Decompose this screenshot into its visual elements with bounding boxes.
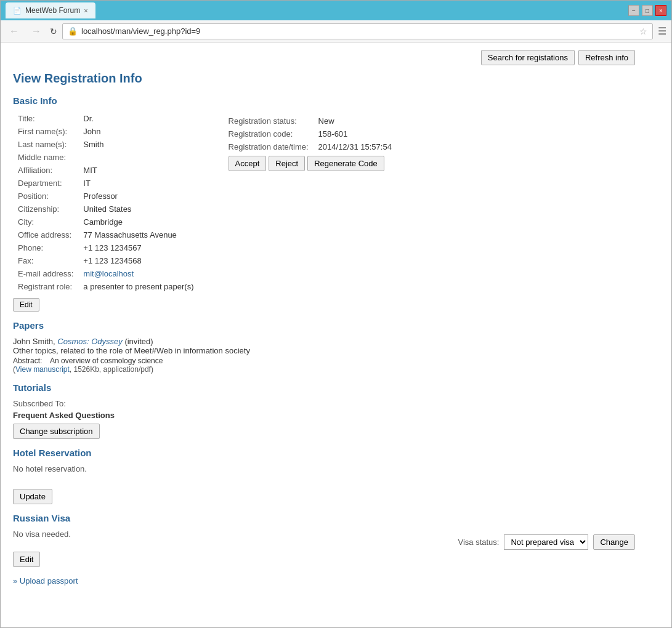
field-value: 77 Massachusetts Avenue bbox=[78, 228, 198, 241]
visa-status-label: Visa status: bbox=[458, 537, 499, 547]
email-link[interactable]: mit@localhost bbox=[83, 269, 134, 278]
table-row: Middle name: bbox=[13, 151, 199, 164]
field-label: Title: bbox=[13, 112, 78, 125]
visa-status-row: Visa status: Not prepared visa Change bbox=[458, 534, 635, 550]
table-row: Registrant role: a presenter to present … bbox=[13, 280, 199, 293]
field-value: New bbox=[314, 115, 397, 127]
file-info: , 1526Kb, application/pdf) bbox=[70, 365, 153, 374]
close-button[interactable]: × bbox=[655, 5, 666, 16]
table-row: Affiliation: MIT bbox=[13, 164, 199, 177]
paper-view: (View manuscript, 1526Kb, application/pd… bbox=[13, 365, 635, 374]
no-hotel-text: No hotel reservation. bbox=[13, 464, 635, 473]
subscribed-to-label: Subscribed To: bbox=[13, 399, 635, 408]
hotel-reservation-section: Hotel Reservation No hotel reservation. … bbox=[13, 448, 635, 504]
table-row: Office address: 77 Massachusetts Avenue bbox=[13, 228, 199, 241]
tab-title: MeetWeb Forum bbox=[25, 6, 80, 15]
tab-close-button[interactable]: × bbox=[84, 7, 87, 14]
table-row: Citizenship: United States bbox=[13, 203, 199, 215]
bookmark-icon[interactable]: ☆ bbox=[639, 26, 647, 36]
field-value: MIT bbox=[78, 164, 198, 177]
paper-header: John Smith, Cosmos: Odyssey (invited) bbox=[13, 337, 635, 346]
field-value: Cambridge bbox=[78, 215, 198, 228]
no-visa-text: No visa needed. bbox=[13, 529, 71, 539]
field-label: First name(s): bbox=[13, 125, 78, 138]
title-bar: 📄 MeetWeb Forum × − □ × bbox=[1, 1, 671, 20]
visa-change-button[interactable]: Change bbox=[593, 534, 635, 550]
table-row: Phone: +1 123 1234567 bbox=[13, 241, 199, 254]
paper-title: Cosmos: Odyssey bbox=[57, 337, 122, 346]
personal-info-table: Title: Dr. First name(s): John Last name… bbox=[13, 112, 199, 312]
field-value: +1 123 1234568 bbox=[78, 254, 198, 267]
registration-status-panel: Registration status: New Registration co… bbox=[224, 112, 397, 312]
upload-passport-link[interactable]: » Upload passport bbox=[13, 576, 78, 586]
paper-invited: (invited) bbox=[124, 337, 153, 346]
view-manuscript-link[interactable]: View manuscript bbox=[15, 365, 70, 374]
field-label: Registration date/time: bbox=[224, 140, 314, 153]
abstract-text: An overview of cosmology science bbox=[50, 356, 163, 365]
reject-button[interactable]: Reject bbox=[269, 156, 305, 171]
russian-visa-section: Russian Visa No visa needed. Edit Visa s… bbox=[13, 513, 635, 586]
tutorials-section: Tutorials Subscribed To: Frequent Asked … bbox=[13, 382, 635, 439]
field-label: Registrant role: bbox=[13, 280, 78, 293]
russian-visa-heading: Russian Visa bbox=[13, 513, 635, 523]
table-row: Department: IT bbox=[13, 177, 199, 190]
table-row: Last name(s): Smith bbox=[13, 138, 199, 151]
update-hotel-button[interactable]: Update bbox=[13, 489, 52, 504]
field-label: Phone: bbox=[13, 241, 78, 254]
field-value: Smith bbox=[78, 138, 198, 151]
back-button[interactable]: ← bbox=[6, 25, 23, 38]
paper-entry: John Smith, Cosmos: Odyssey (invited) Ot… bbox=[13, 337, 635, 374]
hotel-heading: Hotel Reservation bbox=[13, 448, 635, 458]
table-row: Registration status: New bbox=[224, 115, 397, 127]
visa-edit-button[interactable]: Edit bbox=[13, 552, 40, 567]
field-label: Citizenship: bbox=[13, 203, 78, 215]
field-label: Last name(s): bbox=[13, 138, 78, 151]
table-row: Registration code: 158-601 bbox=[224, 127, 397, 140]
menu-icon[interactable]: ☰ bbox=[658, 25, 666, 37]
visa-status-select[interactable]: Not prepared visa bbox=[504, 534, 588, 550]
visa-left: No visa needed. Edit bbox=[13, 529, 71, 567]
basic-info-edit-button[interactable]: Edit bbox=[13, 298, 39, 312]
forward-button[interactable]: → bbox=[28, 25, 45, 38]
paper-author: John Smith, bbox=[13, 337, 55, 346]
field-label: Affiliation: bbox=[13, 164, 78, 177]
field-value: Professor bbox=[78, 190, 198, 203]
paper-topic: Other topics, related to the role of Mee… bbox=[13, 346, 635, 355]
reg-status-table: Registration status: New Registration co… bbox=[224, 115, 397, 153]
search-registrations-button[interactable]: Search for registations bbox=[481, 50, 575, 65]
paper-abstract: Abstract: An overview of cosmology scien… bbox=[13, 356, 635, 365]
page-outer: Search for registations Refresh info Vie… bbox=[1, 42, 671, 627]
field-label: City: bbox=[13, 215, 78, 228]
accept-button[interactable]: Accept bbox=[229, 156, 267, 171]
field-value bbox=[78, 151, 198, 164]
field-value: +1 123 1234567 bbox=[78, 241, 198, 254]
maximize-button[interactable]: □ bbox=[642, 5, 653, 16]
lock-icon: 🔒 bbox=[68, 26, 78, 36]
page-scroll[interactable]: Search for registations Refresh info Vie… bbox=[1, 42, 671, 627]
field-label: E-mail address: bbox=[13, 267, 78, 280]
table-row: E-mail address: mit@localhost bbox=[13, 267, 199, 280]
change-subscription-button[interactable]: Change subscription bbox=[13, 424, 100, 439]
regenerate-code-button[interactable]: Regenerate Code bbox=[307, 156, 384, 171]
refresh-info-button[interactable]: Refresh info bbox=[578, 50, 635, 65]
field-value: 158-601 bbox=[314, 127, 397, 140]
field-label: Office address: bbox=[13, 228, 78, 241]
field-value: United States bbox=[78, 203, 198, 215]
field-label: Registration status: bbox=[224, 115, 314, 127]
papers-section: Papers John Smith, Cosmos: Odyssey (invi… bbox=[13, 320, 635, 374]
reload-button[interactable]: ↻ bbox=[50, 26, 57, 36]
field-value: mit@localhost bbox=[78, 267, 198, 280]
address-bar[interactable]: 🔒 localhost/man/view_reg.php?id=9 ☆ bbox=[62, 23, 653, 39]
tab-icon: 📄 bbox=[13, 7, 22, 15]
abstract-label: Abstract: bbox=[13, 356, 48, 365]
info-table: Title: Dr. First name(s): John Last name… bbox=[13, 112, 199, 293]
upload-passport-row: » Upload passport bbox=[13, 576, 635, 586]
top-buttons: Search for registations Refresh info bbox=[13, 50, 635, 65]
browser-tab[interactable]: 📄 MeetWeb Forum × bbox=[6, 2, 95, 18]
url-text: localhost/man/view_reg.php?id=9 bbox=[81, 26, 636, 36]
nav-bar: ← → ↻ 🔒 localhost/man/view_reg.php?id=9 … bbox=[1, 20, 671, 42]
field-value: John bbox=[78, 125, 198, 138]
basic-info-heading: Basic Info bbox=[13, 95, 635, 106]
minimize-button[interactable]: − bbox=[628, 5, 639, 16]
field-value: Dr. bbox=[78, 112, 198, 125]
